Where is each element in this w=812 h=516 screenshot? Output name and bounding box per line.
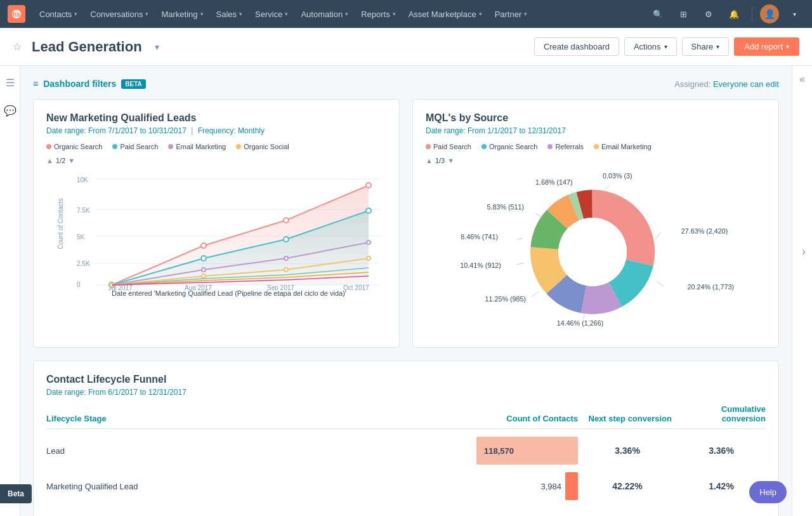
funnel-card: Contact Lifecycle Funnel Date range: Fro… (33, 361, 779, 516)
page-title-chevron-icon[interactable]: ▾ (155, 42, 159, 52)
mql-source-pagination: ▲ 1/3 ▼ (426, 157, 766, 164)
next-page-arrow-icon[interactable]: › (802, 245, 806, 258)
svg-line-36 (655, 232, 661, 240)
funnel-row-lead: Lead 118,570 3.36% 3.36% (46, 437, 766, 465)
svg-text:7.5K: 7.5K (77, 207, 90, 214)
nav-reports[interactable]: Reports ▾ (355, 0, 402, 28)
chat-panel-icon[interactable]: 💬 (1, 102, 19, 119)
svg-text:hs: hs (13, 11, 20, 18)
side-panel-left: ☰ 💬 (0, 66, 20, 516)
assigned-value[interactable]: Everyone can edit (713, 79, 779, 89)
svg-point-19 (284, 218, 289, 223)
filters-left: ≡ Dashboard filters BETA (33, 79, 146, 89)
account-chevron-icon[interactable]: ▾ (784, 4, 804, 24)
funnel-next-header: Next step conversion (583, 414, 672, 423)
svg-line-38 (657, 282, 664, 286)
src-next-icon[interactable]: ▼ (447, 157, 454, 164)
nav-contacts[interactable]: Contacts ▾ (33, 0, 84, 28)
page-title: Lead Generation (32, 39, 142, 55)
funnel-bar-fill-mql (565, 472, 578, 500)
legend-dot-paid-search-src (426, 144, 431, 149)
dashboard-top-grid: New Marketing Qualified Leads Date range… (33, 99, 779, 348)
chevron-icon: ▾ (74, 11, 77, 17)
hubspot-logo[interactable]: hs (8, 5, 25, 23)
nav-asset-marketplace[interactable]: Asset Marketplace ▾ (402, 0, 488, 28)
share-chevron-icon: ▾ (716, 43, 719, 50)
assigned-section: Assigned: Everyone can edit (674, 79, 779, 89)
mql-donut-container: 27.63% (2,420) 20.24% (1,773) 14.46% (1,… (426, 169, 766, 334)
svg-line-40 (583, 313, 585, 319)
svg-text:5.83% (511): 5.83% (511) (487, 203, 525, 211)
nav-automation[interactable]: Automation ▾ (294, 0, 355, 28)
main-content: ≡ Dashboard filters BETA Assigned: Every… (20, 66, 792, 516)
svg-line-42 (532, 292, 539, 297)
mql-card-date: Date range: From 7/1/2017 to 10/31/2017 … (46, 126, 386, 135)
actions-button[interactable]: Actions ▾ (624, 37, 677, 56)
funnel-next-conversion-mql: 42.22% (583, 481, 672, 491)
legend-email-marketing: Email Marketing (168, 143, 226, 150)
share-button[interactable]: Share ▾ (682, 37, 730, 56)
svg-text:27.63% (2,420): 27.63% (2,420) (681, 227, 728, 235)
legend-paid-search: Paid Search (112, 143, 158, 150)
chevron-icon: ▾ (285, 11, 288, 17)
svg-text:0.03% (3): 0.03% (3) (603, 172, 632, 180)
prev-arrow-icon[interactable]: ▲ (46, 157, 53, 164)
svg-text:11.25% (985): 11.25% (985) (485, 295, 527, 303)
svg-text:1.68% (147): 1.68% (147) (535, 178, 573, 186)
main-layout: ☰ 💬 ≡ Dashboard filters BETA Assigned: E… (0, 66, 812, 516)
svg-line-48 (535, 213, 542, 217)
mql-source-title: MQL's by Source (426, 112, 766, 124)
favorite-star-icon[interactable]: ☆ (13, 41, 22, 53)
legend-dot-organic-search (46, 144, 51, 149)
collapse-panel-icon[interactable]: « (799, 74, 805, 85)
svg-point-25 (366, 208, 371, 213)
subheader-actions: Create dashboard Actions ▾ Share ▾ Add r… (534, 37, 799, 56)
nav-conversations[interactable]: Conversations ▾ (84, 0, 155, 28)
nav-items: Contacts ▾ Conversations ▾ Marketing ▾ S… (33, 0, 648, 28)
beta-badge: BETA (121, 79, 145, 89)
funnel-cumulative-conversion-lead: 3.36% (677, 446, 766, 456)
help-button[interactable]: Help (749, 481, 787, 503)
funnel-title: Contact Lifecycle Funnel (46, 374, 766, 385)
avatar[interactable]: 👤 (760, 4, 779, 23)
svg-point-18 (201, 243, 206, 248)
filter-panel-icon[interactable]: ☰ (1, 74, 19, 91)
svg-point-23 (201, 256, 206, 261)
mql-legend: Organic Search Paid Search Email Marketi… (46, 143, 386, 150)
svg-point-28 (284, 256, 288, 260)
mql-card: New Marketing Qualified Leads Date range… (33, 99, 400, 348)
src-prev-icon[interactable]: ▲ (426, 157, 433, 164)
chevron-icon: ▾ (345, 11, 348, 17)
svg-point-27 (202, 268, 206, 272)
create-dashboard-button[interactable]: Create dashboard (534, 37, 619, 56)
nav-marketing[interactable]: Marketing ▾ (155, 0, 209, 28)
notifications-icon[interactable]: 🔔 (724, 4, 744, 24)
funnel-stage-mql: Marketing Qualified Lead (46, 482, 471, 491)
nav-service[interactable]: Service ▾ (249, 0, 294, 28)
svg-point-33 (367, 256, 370, 260)
funnel-stage-header: Lifecycle Stage (46, 414, 471, 423)
settings-icon[interactable]: ⚙ (698, 4, 719, 24)
x-axis-label: Date entered 'Marketing Qualified Lead (… (72, 289, 386, 297)
mql-source-legend: Paid Search Organic Search Referrals Ema… (426, 143, 766, 150)
svg-text:Oct 2017: Oct 2017 (343, 284, 369, 290)
funnel-date: Date range: From 6/1/2017 to 12/31/2017 (46, 388, 766, 397)
legend-organic-search-src: Organic Search (481, 143, 537, 150)
chevron-icon: ▾ (479, 11, 482, 17)
svg-text:20.24% (1,773): 20.24% (1,773) (688, 283, 735, 291)
filters-label[interactable]: Dashboard filters (43, 79, 116, 89)
beta-button[interactable]: Beta (0, 484, 32, 503)
search-icon[interactable]: 🔍 (648, 4, 668, 24)
apps-icon[interactable]: ⊞ (673, 4, 693, 24)
chevron-icon: ▾ (239, 11, 242, 17)
legend-email-src: Email Marketing (594, 143, 652, 150)
next-arrow-icon[interactable]: ▼ (68, 157, 75, 164)
subheader: ☆ Lead Generation ▾ Create dashboard Act… (0, 28, 812, 66)
svg-line-44 (516, 263, 524, 265)
svg-point-29 (367, 241, 370, 244)
legend-dot-organic-search-src (481, 144, 487, 149)
add-report-button[interactable]: Add report ▾ (734, 37, 799, 56)
chevron-icon: ▾ (145, 11, 148, 17)
nav-sales[interactable]: Sales ▾ (210, 0, 249, 28)
nav-partner[interactable]: Partner ▾ (488, 0, 534, 28)
